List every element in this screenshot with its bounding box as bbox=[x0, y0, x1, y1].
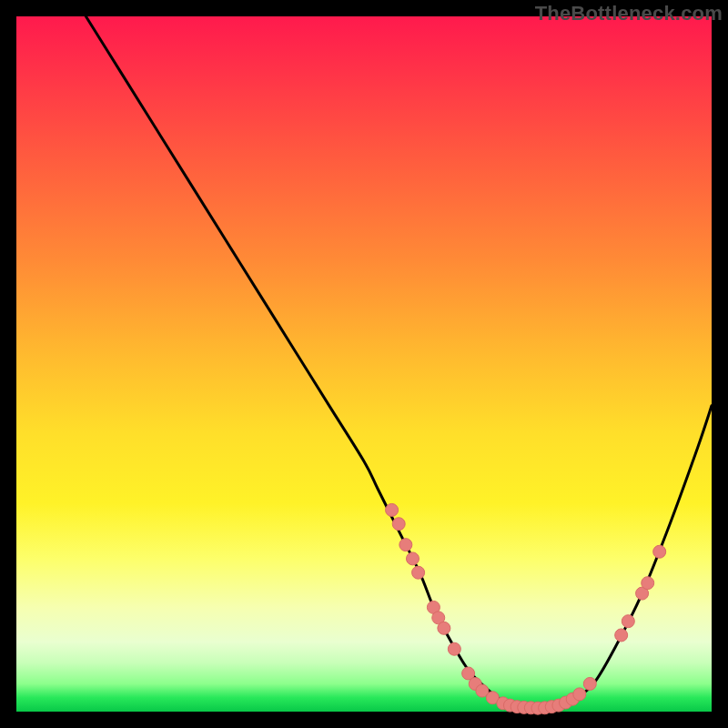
chart-svg bbox=[16, 16, 712, 712]
data-point bbox=[615, 629, 628, 642]
data-point bbox=[406, 552, 419, 565]
data-point bbox=[642, 577, 654, 590]
bottleneck-curve bbox=[86, 16, 712, 709]
data-point bbox=[583, 677, 596, 690]
data-point bbox=[399, 539, 412, 551]
data-point bbox=[412, 566, 425, 579]
data-point bbox=[653, 545, 666, 558]
watermark-text: TheBottleneck.com bbox=[535, 2, 723, 25]
data-point bbox=[448, 642, 460, 655]
data-point bbox=[386, 503, 399, 516]
data-point bbox=[392, 518, 405, 531]
data-point bbox=[573, 688, 586, 701]
data-point bbox=[622, 615, 634, 628]
data-point bbox=[438, 622, 450, 634]
data-points bbox=[386, 503, 666, 714]
chart-frame bbox=[16, 16, 712, 712]
